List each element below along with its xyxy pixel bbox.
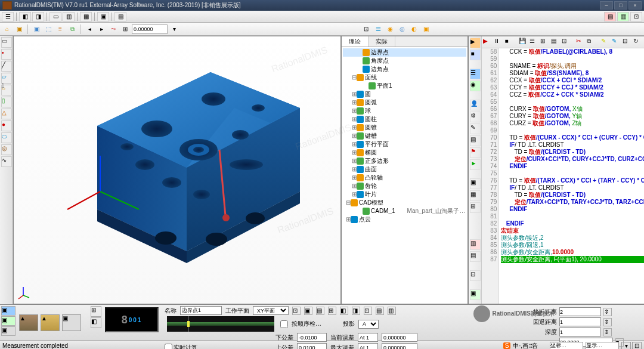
codetool-icon[interactable]: ◉ (470, 81, 481, 91)
ime-indicator-icon[interactable]: S (503, 342, 511, 349)
codetool-icon[interactable]: ▣ (470, 289, 481, 300)
probe-preset-icon[interactable]: ▲ (19, 314, 38, 331)
menu-icon-7[interactable]: ▣ (97, 12, 109, 21)
feature-tree[interactable]: 边界点角度点边角点⊟面线1平面1⊞圆⊞圆弧⊞球⊞圆柱⊞圆锥⊞键槽⊞平行平面⊞椭圆… (342, 47, 467, 304)
toolbar-mini-icon[interactable]: ⊞ (328, 307, 336, 315)
toolbar-mini-icon[interactable]: ▣ (304, 307, 312, 315)
menu-icon-1[interactable]: ☰ (2, 12, 14, 21)
probe-preset-icon[interactable]: ▣ (62, 314, 81, 331)
codetool-icon[interactable]: ☰ (470, 69, 481, 79)
tree-node[interactable]: ⊞圆柱 (343, 115, 466, 123)
code-toolbar-icon[interactable]: ▤ (551, 38, 561, 47)
codetool-icon[interactable]: 👤 (470, 100, 481, 110)
mid-toolbar-icon-1[interactable]: ⊡ (361, 24, 371, 35)
toolbar-mini-icon[interactable]: ⊡ (292, 307, 301, 315)
ltool-cyl-icon[interactable]: ▯ (1, 97, 12, 107)
uptol-input[interactable] (297, 343, 327, 349)
toolbar-mini-icon[interactable]: ⊡ (364, 307, 372, 315)
curdev-at-input[interactable] (358, 333, 378, 342)
tree-node[interactable]: ⊞点云 (343, 215, 466, 224)
toolbar-prev-icon[interactable]: ◂ (84, 24, 95, 35)
status-combo-1[interactable] (550, 342, 583, 350)
tree-node[interactable]: 1平面1 (343, 82, 466, 90)
bp-btn-icon[interactable]: ▣ (1, 326, 16, 336)
menu-icon-3[interactable]: ◨ (32, 12, 44, 21)
toolbar-mini-icon[interactable]: ◨ (352, 307, 360, 315)
close-button[interactable]: × (628, 1, 642, 10)
tree-node[interactable]: ⊞曲面 (343, 165, 466, 174)
code-toolbar-icon[interactable]: ⊡ (623, 38, 632, 47)
status-btn-icon[interactable]: ⊡ (632, 342, 642, 350)
ltool-point-icon[interactable]: • (1, 49, 12, 60)
maxdev-value-input[interactable] (382, 343, 417, 349)
tree-node[interactable]: ⊞圆锥 (343, 123, 466, 132)
toolbar-layers-icon[interactable]: ≡ (55, 24, 66, 35)
toolbar-copy-icon[interactable]: ⧉ (67, 24, 78, 35)
toolbar-mini-icon[interactable]: ▤ (316, 307, 324, 315)
codetool-icon[interactable]: ⊡ (470, 270, 481, 281)
codetool-icon[interactable]: ▤ (470, 135, 481, 146)
ltool-cone-icon[interactable]: △ (1, 109, 12, 119)
bp-btn-icon[interactable]: ▣ (1, 316, 16, 326)
stepper-icon[interactable]: ⇕ (603, 308, 612, 316)
probe-preset-icon[interactable]: ▲ (41, 314, 60, 331)
code-toolbar-icon[interactable]: ■ (504, 38, 514, 47)
tree-node[interactable]: ⊞圆弧 (343, 98, 466, 107)
code-toolbar-icon[interactable]: ✎ (612, 38, 621, 47)
approach-input[interactable] (559, 307, 601, 316)
menu-icon-right-1[interactable]: ▤ (604, 12, 616, 21)
codetool-icon[interactable]: ⊞ (470, 202, 481, 213)
menu-icon-4[interactable]: ▭ (49, 12, 61, 21)
tab-theory[interactable]: 理论 (342, 36, 369, 47)
toolbar-grid-icon[interactable]: ⊞ (120, 24, 131, 35)
status-combo-2[interactable] (586, 342, 619, 350)
ltool-select-icon[interactable]: ▭ (1, 37, 12, 48)
mid-toolbar-icon-3[interactable]: ◉ (385, 24, 395, 35)
tree-node[interactable]: ⊞正多边形 (343, 157, 466, 165)
bp-btn-icon[interactable]: ▣ (1, 306, 16, 316)
code-toolbar-icon[interactable]: ✂ (576, 38, 586, 47)
tree-node[interactable]: ⊟CAD模型 (343, 199, 466, 207)
tree-node[interactable]: ⊞椭圆 (343, 149, 466, 157)
tree-node[interactable]: ⊞凸轮轴 (343, 174, 466, 182)
codetool-icon[interactable]: ■ (470, 50, 481, 60)
tree-node[interactable]: 角度点 (343, 57, 466, 65)
toolbar-mini-icon[interactable]: ◧ (340, 307, 348, 315)
toolbar-box-icon[interactable]: ⬚ (43, 24, 54, 35)
code-toolbar-icon[interactable]: ↻ (633, 38, 643, 47)
toolbar-dropdown-icon[interactable]: ▾ (169, 24, 179, 35)
code-toolbar-icon[interactable]: ▶ (483, 38, 493, 47)
menu-icon-right-3[interactable]: ⊡ (630, 12, 642, 21)
retract-input[interactable] (559, 317, 601, 326)
codetool-icon[interactable]: ▣ (470, 178, 481, 189)
stepper-icon[interactable]: ⇕ (603, 328, 612, 336)
code-toolbar-icon[interactable]: ⧉ (587, 38, 596, 47)
ltool-curve-icon[interactable]: ∿ (1, 156, 12, 167)
projection-select[interactable]: A (358, 320, 379, 329)
toolbar-cube-icon[interactable]: ▣ (14, 24, 24, 35)
codetool-icon[interactable]: ▥ (470, 239, 481, 250)
menu-icon-6[interactable]: ▦ (80, 12, 92, 21)
codetool-icon[interactable]: ⚙ (470, 112, 481, 122)
depth-input[interactable] (559, 328, 601, 336)
home-icon[interactable]: ⌂ (2, 24, 13, 35)
code-toolbar-icon[interactable]: ⊞ (540, 38, 550, 47)
workplane-select[interactable]: XY平面 (253, 306, 289, 315)
status-btn-icon[interactable]: ▾ (621, 342, 631, 350)
3d-viewport[interactable]: RationalDMIS RationalDMIS RationalDMIS (13, 36, 341, 304)
codetool-icon[interactable]: ⚑ (470, 147, 481, 158)
tree-node[interactable]: CADM_1Man_part_山淘果子… (343, 207, 466, 215)
realtime-checkbox[interactable] (165, 343, 172, 349)
tree-node[interactable]: ⊞平行平面 (343, 140, 466, 149)
code-toolbar-icon[interactable]: ⏸ (494, 38, 503, 47)
stepper-icon[interactable]: ⇕ (603, 318, 612, 326)
tree-node[interactable]: 边角点 (343, 65, 466, 73)
code-toolbar-icon[interactable]: ☰ (530, 38, 539, 47)
bp-small-icon[interactable]: ◧ (91, 317, 101, 328)
menu-icon-5[interactable]: ▥ (63, 12, 75, 21)
ltool-sphere-icon[interactable]: ● (1, 121, 12, 131)
code-toolbar-icon[interactable]: ✎ (601, 38, 611, 47)
tab-actual[interactable]: 实际 (369, 36, 395, 47)
menu-icon-2[interactable]: ◧ (19, 12, 31, 21)
ltool-slot-icon[interactable]: ⬭ (1, 132, 12, 143)
